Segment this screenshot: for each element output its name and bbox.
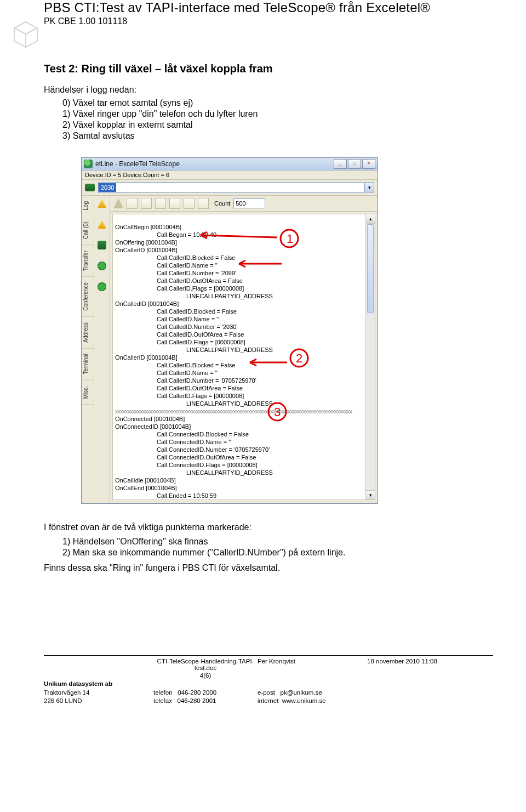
footer-page: 4(6) xyxy=(153,672,258,679)
combo-selected-value: 2030 xyxy=(99,183,116,192)
after-intro: I fönstret ovan är de två viktiga punkte… xyxy=(44,523,493,532)
toolbar-button[interactable] xyxy=(155,198,166,209)
warning-icon xyxy=(98,199,106,208)
event-item: 3) Samtal avslutas xyxy=(62,131,493,141)
status-dot-icon xyxy=(98,282,106,291)
footer-tel-label: telefon xyxy=(153,689,173,696)
scroll-down-button[interactable]: ▾ xyxy=(366,490,375,499)
toolbar-button[interactable] xyxy=(198,198,209,209)
section-title: Test 2: Ring till växel – låt växel kopp… xyxy=(44,63,493,75)
vtab-misc[interactable]: Misc. xyxy=(82,381,94,405)
event-item: 0) Växel tar emot samtal (syns ej) xyxy=(62,98,493,108)
events-intro: Händelser i logg nedan: xyxy=(44,85,493,95)
footer-addr1: Traktorvägen 14 xyxy=(44,689,153,697)
log-toolbar: Count 500 xyxy=(110,196,378,212)
footer-web-label: internet xyxy=(258,697,278,704)
event-item: 2) Växel kopplar in externt samtal xyxy=(62,120,493,130)
after-outro: Finns dessa ska "Ring in" fungera i PBS … xyxy=(44,563,493,573)
line-selector-row: 2030 ▾ xyxy=(82,180,378,196)
footer-tel: 046-280 2000 xyxy=(178,689,216,696)
events-list: 0) Växel tar emot samtal (syns ej) 1) Vä… xyxy=(62,98,493,141)
window-title: etLine - ExceleTel TeleScope xyxy=(95,160,334,168)
doc-subtitle: PK CBE 1.00 101118 xyxy=(44,16,493,26)
after-list: 1) Händelsen "OnOffering" ska finnas 2) … xyxy=(62,537,493,558)
telescope-window: etLine - ExceleTel TeleScope _ □ × Devic… xyxy=(81,157,378,504)
log-text: OnCallBegin [0001004B] Call.Began = 10:5… xyxy=(113,214,375,500)
maximize-button[interactable]: □ xyxy=(348,159,361,169)
close-button[interactable]: × xyxy=(362,159,375,169)
chevron-down-icon[interactable]: ▾ xyxy=(364,183,374,192)
warning-icon xyxy=(98,220,106,229)
vtab-log[interactable]: Log xyxy=(82,196,94,216)
vtab-address[interactable]: Address xyxy=(82,317,94,349)
scroll-thumb[interactable] xyxy=(367,224,374,313)
toolbar-button[interactable] xyxy=(141,198,152,209)
vtab-transfer[interactable]: Transfer xyxy=(82,245,94,277)
count-input[interactable]: 500 xyxy=(233,198,265,208)
footer-rule xyxy=(44,655,493,656)
footer-mail: pk@unikum.se xyxy=(281,689,322,696)
line-combobox[interactable]: 2030 ▾ xyxy=(98,182,374,193)
count-label: Count xyxy=(214,200,230,207)
footer-fax-label: telefax xyxy=(153,697,172,704)
doc-title: PBS CTI:Test av TAPI-interface med TeleS… xyxy=(44,0,493,15)
event-item: 1) Växel ringer upp "din" telefon och du… xyxy=(62,109,493,119)
log-panel: OnCallBegin [0001004B] Call.Began = 10:5… xyxy=(112,214,375,500)
minimize-button[interactable]: _ xyxy=(334,159,347,169)
scrollbar[interactable]: ▴ ▾ xyxy=(365,214,375,499)
toolbar-button[interactable] xyxy=(127,198,138,209)
phone-icon xyxy=(98,241,106,249)
page-header: PBS CTI:Test av TAPI-interface med TeleS… xyxy=(44,0,493,30)
toolbar-button[interactable] xyxy=(113,198,123,208)
after-item: 1) Händelsen "OnOffering" ska finnas xyxy=(62,537,493,547)
scroll-up-button[interactable]: ▴ xyxy=(366,214,375,224)
tab-icon-rail xyxy=(94,196,110,503)
footer-company: Unikum datasystem ab xyxy=(44,680,153,689)
footer-doc: CTI-TeleScope-Handledning-TAPI-test.doc xyxy=(153,658,258,671)
footer-author: Per Kronqvist xyxy=(258,658,367,671)
vertical-tabs: Log Call (0) Transfer Conference Address… xyxy=(82,196,94,503)
footer-addr2: 226 60 LUND xyxy=(44,697,153,706)
footer-date: 18 november 2010 11:08 xyxy=(367,658,493,671)
footer-fax: 046-280 2001 xyxy=(177,697,216,704)
vtab-conference[interactable]: Conference xyxy=(82,277,94,317)
window-titlebar[interactable]: etLine - ExceleTel TeleScope _ □ × xyxy=(82,158,378,171)
vtab-terminal[interactable]: Terminal xyxy=(82,348,94,381)
device-info-bar: Device.ID = 5 Device.Count = 6 xyxy=(82,171,378,180)
app-icon xyxy=(84,160,93,168)
toolbar-button[interactable] xyxy=(169,198,180,209)
status-dot-icon xyxy=(98,262,106,270)
phone-icon xyxy=(85,184,95,191)
footer-web: www.unikum.se xyxy=(282,697,326,704)
page-footer: CTI-TeleScope-Handledning-TAPI-test.doc … xyxy=(44,658,493,706)
cube-logo-icon xyxy=(11,20,41,49)
vtab-call[interactable]: Call (0) xyxy=(82,216,94,245)
toolbar-button[interactable] xyxy=(184,198,195,209)
after-item: 2) Man ska se inkommande nummer ("Caller… xyxy=(62,548,493,558)
footer-mail-label: e-post xyxy=(258,689,275,696)
